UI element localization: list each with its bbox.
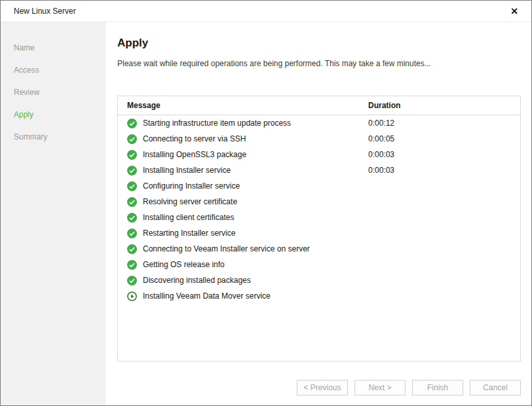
table-row: Starting infrastructure item update proc… [118,115,520,131]
previous-button[interactable]: < Previous [297,380,348,396]
message-text: Resolving server certificate [143,197,237,206]
message-cell: Installing Veeam Data Mover service [118,291,368,301]
close-icon[interactable]: ✕ [508,4,521,18]
message-cell: Restarting Installer service [118,229,368,238]
message-text: Installing OpenSSL3 package [143,150,246,159]
steps-table: Message Duration Starting infrastructure… [117,96,521,361]
message-cell: Installing Installer service [118,166,368,175]
table-row: Installing OpenSSL3 package0:00:03 [118,147,520,162]
message-cell: Configuring Installer service [118,181,368,191]
message-cell: Connecting to server via SSH [118,134,368,144]
message-text: Installing client certificates [143,213,234,222]
message-text: Connecting to Veeam Installer service on… [143,244,310,253]
message-text: Starting infrastructure item update proc… [143,119,291,128]
duration-cell: 0:00:03 [368,150,520,159]
table-row: Resolving server certificate [118,194,520,210]
duration-cell: 0:00:05 [368,134,520,143]
sidebar: NameAccessReviewApplySummary [1,22,105,406]
finish-button[interactable]: Finish [412,380,463,396]
check-icon [127,260,137,270]
message-cell: Connecting to Veeam Installer service on… [118,244,368,254]
message-cell: Getting OS release info [118,260,368,270]
titlebar: New Linux Server ✕ [1,1,531,22]
check-icon [127,119,137,128]
page-description: Please wait while required operations ar… [117,59,521,68]
table-row: Discovering installed packages [118,272,520,288]
check-icon [127,134,137,144]
message-cell: Installing client certificates [118,213,368,223]
cancel-button[interactable]: Cancel [470,380,521,396]
message-text: Connecting to server via SSH [143,134,246,143]
message-text: Installing Veeam Data Mover service [143,291,271,301]
sidebar-item-access: Access [1,59,105,81]
message-text: Discovering installed packages [143,276,251,285]
check-icon [127,166,137,175]
table-row: Installing client certificates [118,210,520,225]
check-icon [127,229,137,238]
message-text: Restarting Installer service [143,229,235,238]
table-row: Getting OS release info [118,257,520,272]
sidebar-item-apply: Apply [1,103,105,126]
in-progress-icon [127,291,137,301]
table-row: Installing Installer service0:00:03 [118,162,520,178]
message-cell: Installing OpenSSL3 package [118,150,368,160]
new-linux-server-dialog: New Linux Server ✕ NameAccessReviewApply… [0,0,532,406]
message-cell: Resolving server certificate [118,197,368,207]
message-text: Installing Installer service [143,166,231,175]
duration-cell: 0:00:12 [368,119,520,128]
next-button[interactable]: Next > [354,380,406,396]
check-icon [127,244,137,254]
check-icon [127,213,137,223]
footer-buttons: < PreviousNext >FinishCancel [117,380,521,406]
table-row: Configuring Installer service [118,178,520,194]
main-content: Apply Please wait while required operati… [105,22,531,406]
message-text: Configuring Installer service [143,181,240,191]
check-icon [127,150,137,160]
sidebar-item-review: Review [1,81,105,103]
sidebar-item-summary: Summary [1,126,105,148]
dialog-body: NameAccessReviewApplySummary Apply Pleas… [1,22,531,406]
column-header-duration: Duration [368,101,520,110]
message-cell: Discovering installed packages [118,276,368,286]
page-title: Apply [117,37,521,50]
table-header: Message Duration [118,96,520,115]
message-cell: Starting infrastructure item update proc… [118,119,368,128]
check-icon [127,181,137,191]
window-title: New Linux Server [14,7,76,16]
table-row: Connecting to Veeam Installer service on… [118,241,520,257]
check-icon [127,276,137,286]
steps-table-body: Starting infrastructure item update proc… [118,115,520,304]
column-header-message: Message [118,101,368,110]
sidebar-item-name: Name [1,37,105,59]
table-row: Restarting Installer service [118,225,520,241]
duration-cell: 0:00:03 [368,166,520,175]
message-text: Getting OS release info [143,260,225,269]
table-row: Installing Veeam Data Mover service [118,288,520,304]
check-icon [127,197,137,207]
table-row: Connecting to server via SSH0:00:05 [118,131,520,147]
